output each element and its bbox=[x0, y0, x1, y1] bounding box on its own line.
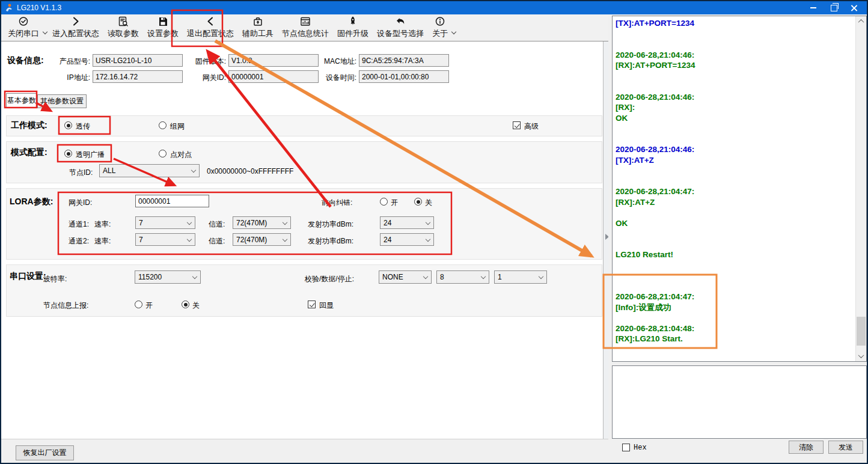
log-line bbox=[616, 134, 855, 145]
stats-window-icon bbox=[299, 16, 311, 28]
log-line bbox=[616, 165, 855, 176]
factory-reset-button[interactable]: 恢复出厂设置 bbox=[16, 445, 74, 460]
rate1-label: 速率: bbox=[94, 219, 111, 230]
chevron-down-icon bbox=[191, 168, 196, 172]
lora-gateway-id-input[interactable]: 00000001 bbox=[135, 195, 209, 207]
clear-button[interactable]: 清除 bbox=[789, 441, 824, 454]
minimize-button[interactable] bbox=[803, 1, 824, 14]
send-input[interactable] bbox=[612, 365, 867, 439]
toolbar-about-button[interactable]: 关于 bbox=[428, 14, 452, 41]
scroll-down-button[interactable] bbox=[856, 351, 866, 361]
toolbar-firmware-upgrade-button[interactable]: 固件升级 bbox=[333, 14, 373, 41]
channel1-label: 通道1: bbox=[69, 219, 89, 230]
toolbar-close-serial-button[interactable]: 关闭串口 bbox=[4, 14, 43, 41]
log-line bbox=[616, 39, 855, 50]
log-line: OK bbox=[616, 218, 855, 229]
chevron-down-icon bbox=[423, 274, 428, 279]
toolbar: 关闭串口 进入配置状态 读取参数 设置参数 退出配置状态 辅助工具 节点信息统计 bbox=[1, 14, 608, 41]
node-id-select[interactable]: ALL bbox=[99, 164, 200, 177]
radio-network-mode[interactable] bbox=[159, 121, 167, 129]
log-line: [RX]:LG210 Start. bbox=[616, 334, 855, 344]
lora-gateway-id-label: 网关ID: bbox=[69, 198, 92, 208]
toolbar-enter-config-button[interactable]: 进入配置状态 bbox=[48, 14, 103, 41]
log-line bbox=[616, 81, 855, 92]
toolbar-label: 关于 bbox=[432, 28, 448, 39]
log-line: 2020-06-28,21:04:46: bbox=[616, 92, 855, 103]
tab-other-params[interactable]: 其他参数设置 bbox=[37, 94, 87, 108]
radio-fec-off[interactable] bbox=[414, 198, 422, 206]
radio-report-off[interactable] bbox=[182, 301, 189, 308]
chevron-down-icon bbox=[43, 29, 47, 34]
ip-address-field[interactable]: 172.16.14.72 bbox=[93, 70, 183, 83]
toolbar-exit-config-button[interactable]: 退出配置状态 bbox=[183, 14, 238, 41]
send-button[interactable]: 发送 bbox=[828, 441, 863, 454]
radio-label-report-off: 关 bbox=[192, 301, 200, 311]
baud-select[interactable]: 115200 bbox=[135, 270, 201, 284]
power2-select[interactable]: 24 bbox=[380, 233, 434, 246]
power1-value: 24 bbox=[384, 219, 391, 227]
log-line bbox=[616, 71, 855, 82]
save-icon bbox=[157, 16, 169, 28]
log-line: 2020-06-28,21:04:47: bbox=[616, 292, 855, 302]
radio-fec-on[interactable] bbox=[380, 198, 388, 206]
scrollbar-thumb[interactable] bbox=[857, 317, 866, 346]
device-time-field[interactable]: 2000-01-01,00:00:80 bbox=[359, 70, 449, 83]
parity-select[interactable]: NONE bbox=[379, 270, 432, 284]
advanced-checkbox[interactable] bbox=[513, 121, 521, 129]
toolbar-label: 节点信息统计 bbox=[282, 28, 329, 39]
radio-transparent-broadcast[interactable] bbox=[64, 150, 72, 157]
app-window: LG210 V1.1.3 关闭串口 进入配置状态 读取参数 设置参数 退出配置状… bbox=[0, 0, 868, 464]
hex-label: Hex bbox=[634, 444, 647, 452]
hex-checkbox[interactable] bbox=[622, 444, 630, 451]
channel2-select[interactable]: 72(470M) bbox=[233, 233, 291, 246]
channel1-value: 72(470M) bbox=[236, 219, 267, 227]
radio-label-broadcast: 透明广播 bbox=[76, 150, 105, 160]
advanced-label: 高级 bbox=[524, 121, 539, 132]
maximize-button[interactable] bbox=[824, 1, 844, 14]
parity-value: NONE bbox=[382, 273, 403, 281]
radio-point-to-point[interactable] bbox=[159, 150, 167, 157]
log-output[interactable]: [TX]:AT+PORT=12342020-06-28,21:04:46:[RX… bbox=[612, 16, 867, 362]
radio-label-report-on: 开 bbox=[145, 301, 153, 311]
databits-select[interactable]: 8 bbox=[436, 270, 489, 284]
about-dropdown[interactable] bbox=[452, 14, 457, 41]
field-label-device-time: 设备时间: bbox=[299, 73, 356, 83]
power1-select[interactable]: 24 bbox=[380, 216, 434, 229]
toolbar-aux-tools-button[interactable]: 辅助工具 bbox=[238, 14, 278, 41]
tab-basic-params[interactable]: 基本参数 bbox=[6, 93, 37, 108]
product-model-field[interactable]: USR-LG210-L-10 bbox=[93, 54, 183, 67]
toolbar-node-stats-button[interactable]: 节点信息统计 bbox=[278, 14, 333, 41]
log-scrollbar[interactable] bbox=[855, 16, 866, 361]
toolbar-set-params-button[interactable]: 设置参数 bbox=[143, 14, 183, 41]
toolbar-device-model-button[interactable]: 设备型号选择 bbox=[373, 14, 428, 41]
log-line bbox=[616, 270, 855, 281]
mac-address-field[interactable]: 9C:A5:25:94:7A:3A bbox=[359, 54, 449, 67]
toolbar-label: 设备型号选择 bbox=[377, 28, 424, 39]
chevron-down-icon bbox=[426, 219, 430, 224]
echo-checkbox[interactable] bbox=[308, 301, 316, 308]
log-line: 2020-06-28,21:04:47: bbox=[616, 186, 855, 197]
mode-config-band bbox=[6, 141, 602, 183]
stopbits-select[interactable]: 1 bbox=[494, 270, 547, 284]
radio-transparent-mode[interactable] bbox=[64, 121, 72, 129]
close-button[interactable] bbox=[844, 1, 864, 14]
minimize-icon bbox=[810, 7, 816, 8]
rate2-select[interactable]: 7 bbox=[135, 233, 195, 246]
radio-report-on[interactable] bbox=[135, 301, 142, 308]
scroll-up-button[interactable] bbox=[856, 16, 866, 26]
log-line: [RX]:AT+PORT=1234 bbox=[616, 60, 855, 71]
toolbar-read-params-button[interactable]: 读取参数 bbox=[103, 14, 143, 41]
doc-search-icon bbox=[117, 16, 129, 28]
parity-data-stop-label: 校验/数据/停止: bbox=[305, 274, 354, 284]
restore-icon bbox=[831, 5, 837, 11]
channel1-select[interactable]: 72(470M) bbox=[233, 216, 291, 229]
channel2-freq-label: 信道: bbox=[209, 236, 225, 246]
chevron-down-icon bbox=[187, 236, 192, 241]
mode-config-title: 模式配置: bbox=[11, 147, 47, 158]
log-line bbox=[616, 176, 855, 187]
rate1-select[interactable]: 7 bbox=[135, 216, 195, 229]
toolbar-label: 辅助工具 bbox=[242, 28, 274, 39]
close-serial-dropdown[interactable] bbox=[43, 14, 48, 41]
echo-label: 回显 bbox=[319, 301, 334, 311]
log-line: [TX]:AT+PORT=1234 bbox=[616, 18, 855, 29]
